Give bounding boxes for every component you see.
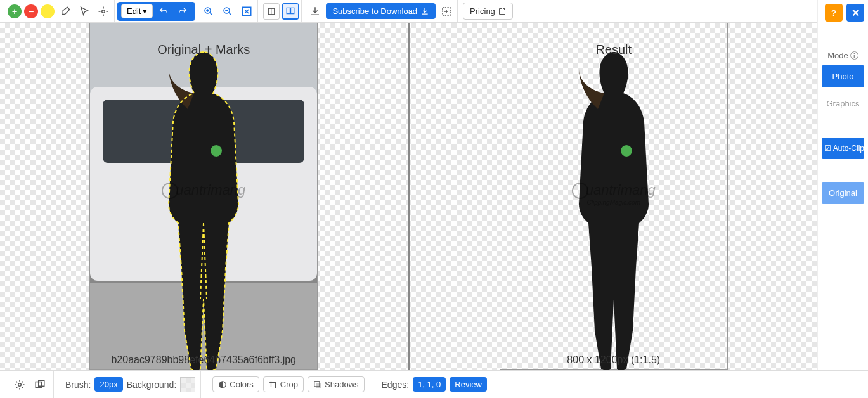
pricing-button[interactable]: Pricing [463, 3, 513, 20]
pan-button[interactable] [95, 3, 112, 20]
mode-label: Mode i [822, 51, 864, 60]
brush-label: Brush: [65, 380, 91, 390]
svg-rect-12 [316, 383, 321, 388]
main-workspace: Original + Marks uantrimang b20aac9789bb… [0, 23, 817, 370]
person-silhouette [140, 46, 267, 375]
edges-value-button[interactable]: 1, 1, 0 [413, 377, 446, 392]
chevron-down-icon: ▾ [143, 6, 147, 16]
background-label: Background: [127, 380, 177, 390]
original-image-frame: Original + Marks uantrimang b20aac9789bb… [89, 23, 318, 370]
fit-button[interactable] [238, 3, 255, 20]
subscribe-button[interactable]: Subscribe to Download [326, 3, 436, 19]
autoclip-button[interactable]: ☑ Auto-Clip [822, 138, 864, 159]
crop-button[interactable]: Crop [263, 376, 304, 392]
result-silhouette [550, 46, 677, 375]
svg-rect-5 [291, 8, 294, 13]
svg-point-7 [18, 383, 22, 386]
review-button[interactable]: Review [450, 377, 487, 392]
background-swatch[interactable] [180, 377, 195, 392]
help-button[interactable]: ? [825, 4, 843, 22]
graphics-mode-button[interactable]: Graphics [822, 93, 864, 115]
adjust-group: Colors Crop Shadows [207, 371, 370, 398]
subscribe-label: Subscribe to Download [332, 6, 417, 16]
colors-label: Colors [230, 380, 254, 389]
original-button[interactable]: Original [822, 182, 864, 204]
zoom-group [198, 0, 258, 22]
edit-label: Edit [127, 6, 141, 16]
layers-button[interactable] [32, 376, 48, 393]
left-pane-label: Original + Marks [90, 42, 317, 57]
settings-group [6, 371, 54, 398]
shadows-button[interactable]: Shadows [308, 376, 364, 392]
svg-rect-4 [287, 8, 290, 13]
right-pane-label: Result [500, 42, 727, 57]
settings-button[interactable] [11, 376, 28, 393]
download-group: Subscribe to Download [304, 0, 458, 22]
close-button[interactable]: ✕ [846, 4, 864, 22]
left-pane[interactable]: Original + Marks uantrimang b20aac9789bb… [0, 23, 408, 370]
dimensions-text: 800 x 1200px (1:1.5) [500, 354, 727, 366]
brush-group: Brush: 20px Background: [60, 371, 201, 398]
bottom-toolbar: Brush: 20px Background: Colors Crop Shad… [0, 370, 868, 398]
edges-label: Edges: [382, 380, 410, 390]
brush-size-button[interactable]: 20px [94, 377, 122, 392]
upload-button[interactable] [438, 3, 455, 20]
edit-group: Edit ▾ [117, 2, 195, 21]
right-sidebar: ? ✕ Mode i Photo Graphics ☑ Auto-Clip Or… [817, 0, 868, 398]
top-toolbar: + − Edit ▾ [0, 0, 868, 23]
info-icon[interactable]: i [850, 51, 858, 60]
keep-marker-button[interactable]: + [8, 4, 22, 18]
edges-group: Edges: 1, 1, 0 Review [377, 371, 492, 398]
hair-marker-button[interactable] [41, 4, 55, 18]
remove-marker-button[interactable]: − [24, 4, 38, 18]
undo-button[interactable] [155, 3, 172, 20]
edit-dropdown[interactable]: Edit ▾ [121, 4, 153, 18]
marker-tools: + − [5, 0, 115, 22]
right-pane[interactable]: Result uantrimangClippingMagic.com 800 x… [410, 23, 818, 370]
colors-button[interactable]: Colors [212, 376, 259, 392]
redo-button[interactable] [174, 3, 191, 20]
result-watermark: uantrimangClippingMagic.com [500, 182, 727, 206]
pointer-button[interactable] [76, 3, 93, 20]
filename-text: b20aac9789bb98efe64b7435a6f6bff3.jpg [90, 354, 317, 366]
pricing-label: Pricing [470, 6, 495, 16]
shadows-label: Shadows [325, 380, 358, 389]
keep-mark-dot[interactable] [211, 145, 222, 157]
single-view-button[interactable] [263, 3, 280, 20]
download-icon-button[interactable] [307, 3, 323, 20]
watermark-text: uantrimang [90, 182, 317, 199]
result-mark-dot [621, 145, 632, 157]
crop-label: Crop [280, 380, 298, 389]
zoom-out-button[interactable] [219, 3, 236, 20]
zoom-in-button[interactable] [200, 3, 217, 20]
eraser-button[interactable] [57, 3, 74, 20]
result-image-frame: Result uantrimangClippingMagic.com 800 x… [500, 23, 728, 370]
split-view-button[interactable] [282, 3, 299, 20]
pricing-group: Pricing [460, 0, 515, 22]
view-mode-group [261, 0, 302, 22]
photo-mode-button[interactable]: Photo [822, 65, 864, 87]
